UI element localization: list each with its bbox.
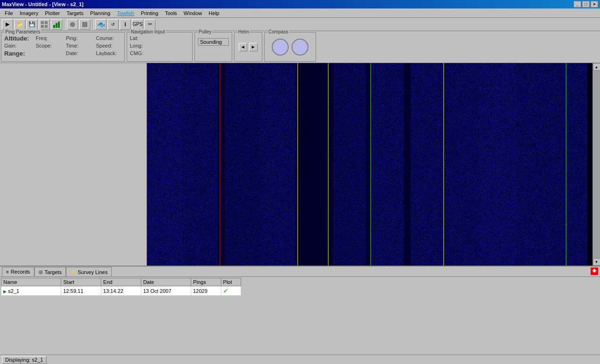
left-arrow-button[interactable]: ◄ [239, 43, 247, 51]
main-area: ▲ ▼ [0, 63, 600, 266]
row-date: 13 Oct 2007 [141, 286, 191, 296]
restore-button[interactable]: □ [582, 1, 590, 8]
helm-group: Helm ◄ ► [234, 32, 262, 62]
course-label: Course: [96, 35, 120, 41]
pulley-group: Pulley Sounding [195, 32, 232, 62]
tab-records-label: Records [11, 269, 30, 275]
helm-title: Helm [237, 29, 250, 34]
nav-input-title: Navigation Input [130, 29, 166, 34]
nav-input-group: Navigation Input Lat: Long: CMG: [127, 32, 193, 62]
sonar-display [147, 63, 592, 266]
table-row[interactable]: ▶ s2_1 12:59.11 13:14.22 13 Oct 2007 120… [1, 286, 241, 296]
close-button[interactable]: × [591, 1, 598, 8]
altitude-label: Altitude: [4, 35, 29, 42]
time-label: Time: [66, 43, 89, 49]
records-tab-icon: ≡ [6, 269, 9, 275]
menu-towfish[interactable]: Towfish [114, 9, 137, 17]
menu-file[interactable]: File [2, 9, 16, 17]
records-table: Name Start End Date Pings Plot ▶ s2_1 12… [1, 278, 241, 296]
gain-label: Gain: [4, 43, 28, 49]
compass-circle-1 [272, 39, 289, 56]
row-name: s2_1 [8, 288, 19, 294]
menu-window[interactable]: Window [181, 9, 205, 17]
scroll-up-button[interactable]: ▲ [593, 63, 600, 71]
scroll-down-button[interactable]: ▼ [593, 258, 600, 266]
col-date: Date [141, 278, 191, 286]
plot-checkmark: ✓ [223, 287, 228, 294]
col-plot: Plot [221, 278, 241, 286]
displaying-status: Displaying: s2_1 [2, 356, 47, 364]
layback-label: Layback: [96, 50, 120, 56]
tab-survey-label: Survey Lines [78, 269, 108, 275]
play-button-row[interactable]: ▶ [3, 289, 7, 294]
date-label: Date: [66, 50, 89, 56]
title-bar-controls: _ □ × [574, 1, 598, 8]
row-plot: ✓ [221, 286, 241, 296]
menu-plotter[interactable]: Plotter [42, 9, 63, 17]
right-scrollbar[interactable]: ▲ ▼ [592, 63, 600, 266]
freq-label: Freq: [36, 35, 59, 41]
menu-bar: File Imagery Plotter Targets Planning To… [0, 8, 600, 18]
ping-params-group: Ping Parameters Altitude: Gain: Range: [1, 32, 125, 62]
svg-rect-6 [58, 22, 60, 28]
col-start: Start [61, 278, 101, 286]
menu-imagery[interactable]: Imagery [17, 9, 41, 17]
open-button[interactable]: 📂 [14, 19, 25, 30]
tab-records[interactable]: ≡ Records [2, 267, 34, 276]
tab-survey-lines[interactable]: ⚡ Survey Lines [66, 267, 112, 276]
menu-planning[interactable]: Planning [87, 9, 113, 17]
table-area: Name Start End Date Pings Plot ▶ s2_1 12… [0, 277, 600, 297]
param-bar: Ping Parameters Altitude: Gain: Range: [0, 31, 600, 63]
left-sidebar [0, 63, 147, 266]
col-end: End [101, 278, 141, 286]
info-button[interactable]: i [120, 19, 131, 30]
toolbar: ▶ 📂 💾 🐟 ↺ i GPS ✂ [0, 18, 600, 31]
svg-rect-1 [45, 21, 48, 24]
menu-tools[interactable]: Tools [162, 9, 180, 17]
status-bar: Displaying: s2_1 [0, 355, 600, 364]
ping-params-title: Ping Parameters [4, 29, 41, 34]
minimize-button[interactable]: _ [574, 1, 581, 8]
sounding-label: Sounding [200, 39, 222, 45]
fish-button[interactable]: 🐟 [95, 19, 106, 30]
compass-circle-2 [292, 39, 308, 56]
bottom-panel: ≡ Records ◎ Targets ⚡ Survey Lines Name … [0, 266, 600, 332]
menu-printing[interactable]: Printing [138, 9, 161, 17]
lat-label: Lat: [130, 35, 154, 41]
tools-button[interactable]: ✂ [144, 19, 155, 30]
save-button[interactable]: 💾 [26, 19, 38, 30]
svg-rect-4 [53, 25, 55, 28]
row-end: 13:14.22 [101, 286, 141, 296]
grid-button[interactable] [39, 19, 50, 30]
tab-targets-label: Targets [45, 269, 62, 275]
long-label: Long: [130, 43, 154, 49]
title-bar: MaxView - Untitled - [View - s2_1] _ □ × [0, 0, 600, 8]
menu-help[interactable]: Help [206, 9, 222, 17]
row-pings: 12029 [191, 286, 221, 296]
separator-1 [64, 20, 65, 29]
right-arrow-button[interactable]: ► [249, 43, 258, 51]
targets-tab-icon: ◎ [39, 269, 43, 275]
menu-targets[interactable]: Targets [64, 9, 86, 17]
scope-label: Scope: [36, 43, 59, 49]
compass-title: Compass [268, 29, 289, 34]
separator-2 [92, 20, 93, 29]
ping-label: Ping: [66, 35, 89, 41]
gps-button[interactable]: GPS [132, 19, 143, 30]
chart-button[interactable] [51, 19, 62, 30]
download-icon[interactable] [591, 267, 598, 275]
row-play-name: ▶ s2_1 [1, 286, 61, 296]
stop-button[interactable] [79, 19, 90, 30]
record-button[interactable] [67, 19, 78, 30]
cmg-label: CMG: [130, 50, 154, 56]
tab-targets[interactable]: ◎ Targets [34, 267, 66, 276]
play-button[interactable]: ▶ [2, 19, 13, 30]
sonar-canvas [147, 63, 592, 266]
svg-rect-0 [41, 21, 44, 24]
svg-rect-2 [41, 25, 44, 28]
svg-rect-3 [45, 25, 48, 28]
col-name: Name [1, 278, 61, 286]
survey-tab-icon: ⚡ [70, 269, 76, 275]
window-title: MaxView - Untitled - [View - s2_1] [2, 1, 83, 7]
replay-button[interactable]: ↺ [107, 19, 119, 30]
